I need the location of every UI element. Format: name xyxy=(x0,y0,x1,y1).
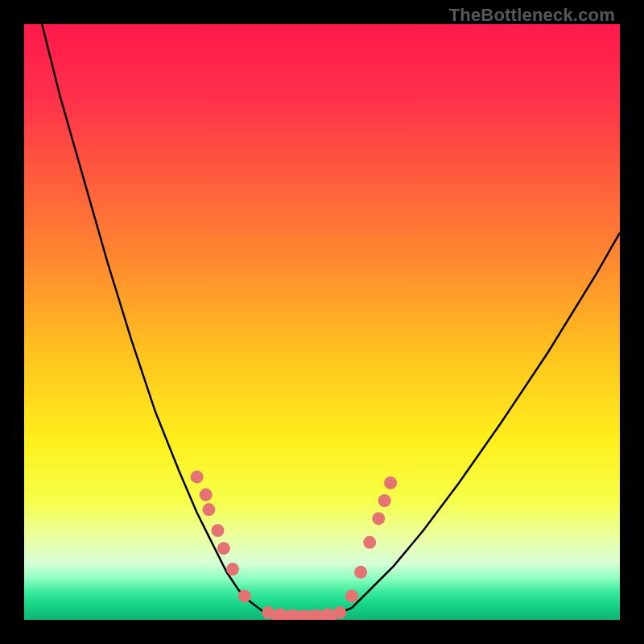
right-marker xyxy=(384,477,397,489)
chart-frame: TheBottleneck.com xyxy=(0,0,644,644)
left-marker xyxy=(217,542,230,555)
left-marker xyxy=(191,470,204,483)
valley-marker xyxy=(262,606,275,619)
watermark-text: TheBottleneck.com xyxy=(449,5,615,26)
valley-marker xyxy=(274,608,287,620)
valley-marker xyxy=(333,606,346,619)
left-marker xyxy=(212,524,225,537)
left-marker xyxy=(200,489,213,502)
plot-area xyxy=(24,24,620,620)
right-marker xyxy=(378,494,391,507)
right-marker xyxy=(372,512,385,525)
left-marker xyxy=(238,589,251,602)
right-marker xyxy=(345,589,358,602)
left-marker xyxy=(226,563,239,576)
right-marker xyxy=(363,536,376,549)
left-marker xyxy=(202,503,215,516)
bottleneck-curve xyxy=(24,24,620,620)
curve-path xyxy=(42,24,620,617)
right-marker xyxy=(354,566,367,579)
valley-marker xyxy=(321,608,334,620)
